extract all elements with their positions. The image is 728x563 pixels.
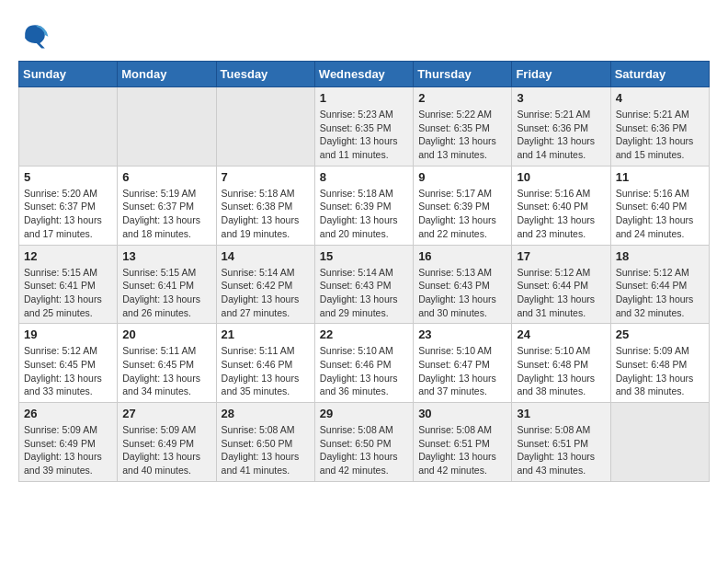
day-info: Sunrise: 5:10 AMSunset: 6:46 PMDaylight:… <box>320 344 408 398</box>
calendar-cell-21: 21Sunrise: 5:11 AMSunset: 6:46 PMDayligh… <box>216 324 314 403</box>
calendar-cell-8: 8Sunrise: 5:18 AMSunset: 6:39 PMDaylight… <box>314 166 413 245</box>
calendar-cell-12: 12Sunrise: 5:15 AMSunset: 6:41 PMDayligh… <box>19 245 118 324</box>
day-info: Sunrise: 5:12 AMSunset: 6:44 PMDaylight:… <box>517 266 605 320</box>
column-header-tuesday: Tuesday <box>216 62 314 87</box>
day-number: 16 <box>418 249 506 263</box>
day-number: 9 <box>418 170 506 184</box>
day-number: 12 <box>24 249 112 263</box>
calendar-cell-14: 14Sunrise: 5:14 AMSunset: 6:42 PMDayligh… <box>216 245 314 324</box>
calendar-cell-25: 25Sunrise: 5:09 AMSunset: 6:48 PMDayligh… <box>610 324 709 403</box>
day-info: Sunrise: 5:08 AMSunset: 6:50 PMDaylight:… <box>222 423 310 477</box>
column-header-wednesday: Wednesday <box>314 62 413 87</box>
day-info: Sunrise: 5:15 AMSunset: 6:41 PMDaylight:… <box>24 266 112 320</box>
day-info: Sunrise: 5:20 AMSunset: 6:37 PMDaylight:… <box>24 187 112 241</box>
day-number: 27 <box>122 407 210 420</box>
calendar-cell-11: 11Sunrise: 5:16 AMSunset: 6:40 PMDayligh… <box>610 166 709 245</box>
day-info: Sunrise: 5:10 AMSunset: 6:47 PMDaylight:… <box>418 344 506 398</box>
day-info: Sunrise: 5:09 AMSunset: 6:49 PMDaylight:… <box>24 423 112 477</box>
day-info: Sunrise: 5:12 AMSunset: 6:44 PMDaylight:… <box>616 266 704 320</box>
calendar-cell-30: 30Sunrise: 5:08 AMSunset: 6:51 PMDayligh… <box>414 403 512 482</box>
day-info: Sunrise: 5:21 AMSunset: 6:36 PMDaylight:… <box>517 108 605 162</box>
calendar-cell-3: 3Sunrise: 5:21 AMSunset: 6:36 PMDaylight… <box>512 87 610 167</box>
day-info: Sunrise: 5:14 AMSunset: 6:42 PMDaylight:… <box>222 266 310 320</box>
calendar-cell-2: 2Sunrise: 5:22 AMSunset: 6:35 PMDaylight… <box>414 87 512 167</box>
day-info: Sunrise: 5:11 AMSunset: 6:45 PMDaylight:… <box>122 344 210 398</box>
day-number: 20 <box>122 327 210 341</box>
calendar-cell-7: 7Sunrise: 5:18 AMSunset: 6:38 PMDaylight… <box>216 166 314 245</box>
day-info: Sunrise: 5:17 AMSunset: 6:39 PMDaylight:… <box>418 187 506 241</box>
logo-icon <box>18 18 51 52</box>
day-number: 10 <box>517 170 605 184</box>
day-number: 15 <box>320 249 408 263</box>
calendar-cell-empty <box>118 87 216 167</box>
day-info: Sunrise: 5:14 AMSunset: 6:43 PMDaylight:… <box>320 266 408 320</box>
calendar-cell-28: 28Sunrise: 5:08 AMSunset: 6:50 PMDayligh… <box>216 403 314 482</box>
day-number: 25 <box>616 327 704 341</box>
day-number: 14 <box>222 249 310 263</box>
calendar-cell-6: 6Sunrise: 5:19 AMSunset: 6:37 PMDaylight… <box>118 166 216 245</box>
column-header-sunday: Sunday <box>19 62 118 87</box>
day-info: Sunrise: 5:08 AMSunset: 6:50 PMDaylight:… <box>320 423 408 477</box>
calendar-cell-empty <box>610 403 709 482</box>
day-number: 26 <box>24 407 112 420</box>
column-header-monday: Monday <box>118 62 216 87</box>
day-number: 23 <box>418 327 506 341</box>
day-number: 13 <box>122 249 210 263</box>
logo <box>18 18 57 52</box>
day-number: 8 <box>320 170 408 184</box>
day-info: Sunrise: 5:22 AMSunset: 6:35 PMDaylight:… <box>418 108 506 162</box>
calendar-cell-1: 1Sunrise: 5:23 AMSunset: 6:35 PMDaylight… <box>314 87 413 167</box>
calendar-cell-17: 17Sunrise: 5:12 AMSunset: 6:44 PMDayligh… <box>512 245 610 324</box>
day-info: Sunrise: 5:16 AMSunset: 6:40 PMDaylight:… <box>517 187 605 241</box>
calendar-cell-24: 24Sunrise: 5:10 AMSunset: 6:48 PMDayligh… <box>512 324 610 403</box>
calendar-cell-22: 22Sunrise: 5:10 AMSunset: 6:46 PMDayligh… <box>314 324 413 403</box>
calendar-cell-10: 10Sunrise: 5:16 AMSunset: 6:40 PMDayligh… <box>512 166 610 245</box>
calendar-cell-15: 15Sunrise: 5:14 AMSunset: 6:43 PMDayligh… <box>314 245 413 324</box>
day-number: 6 <box>122 170 210 184</box>
day-info: Sunrise: 5:08 AMSunset: 6:51 PMDaylight:… <box>418 423 506 477</box>
calendar-cell-29: 29Sunrise: 5:08 AMSunset: 6:50 PMDayligh… <box>314 403 413 482</box>
day-info: Sunrise: 5:12 AMSunset: 6:45 PMDaylight:… <box>24 344 112 398</box>
day-number: 22 <box>320 327 408 341</box>
day-info: Sunrise: 5:10 AMSunset: 6:48 PMDaylight:… <box>517 344 605 398</box>
day-number: 2 <box>418 91 506 105</box>
calendar-cell-9: 9Sunrise: 5:17 AMSunset: 6:39 PMDaylight… <box>414 166 512 245</box>
day-number: 19 <box>24 327 112 341</box>
calendar-cell-empty <box>216 87 314 167</box>
calendar-cell-empty <box>19 87 118 167</box>
day-info: Sunrise: 5:11 AMSunset: 6:46 PMDaylight:… <box>222 344 310 398</box>
day-info: Sunrise: 5:09 AMSunset: 6:48 PMDaylight:… <box>616 344 704 398</box>
day-number: 11 <box>616 170 704 184</box>
day-info: Sunrise: 5:08 AMSunset: 6:51 PMDaylight:… <box>517 423 605 477</box>
day-number: 21 <box>222 327 310 341</box>
calendar-cell-18: 18Sunrise: 5:12 AMSunset: 6:44 PMDayligh… <box>610 245 709 324</box>
calendar-cell-19: 19Sunrise: 5:12 AMSunset: 6:45 PMDayligh… <box>19 324 118 403</box>
column-header-thursday: Thursday <box>414 62 512 87</box>
day-number: 18 <box>616 249 704 263</box>
day-info: Sunrise: 5:18 AMSunset: 6:38 PMDaylight:… <box>222 187 310 241</box>
calendar-cell-20: 20Sunrise: 5:11 AMSunset: 6:45 PMDayligh… <box>118 324 216 403</box>
day-info: Sunrise: 5:16 AMSunset: 6:40 PMDaylight:… <box>616 187 704 241</box>
calendar-cell-23: 23Sunrise: 5:10 AMSunset: 6:47 PMDayligh… <box>414 324 512 403</box>
day-number: 5 <box>24 170 112 184</box>
calendar-table: SundayMondayTuesdayWednesdayThursdayFrid… <box>18 61 710 482</box>
day-number: 3 <box>517 91 605 105</box>
calendar-cell-31: 31Sunrise: 5:08 AMSunset: 6:51 PMDayligh… <box>512 403 610 482</box>
calendar-cell-26: 26Sunrise: 5:09 AMSunset: 6:49 PMDayligh… <box>19 403 118 482</box>
day-number: 1 <box>320 91 408 105</box>
day-info: Sunrise: 5:18 AMSunset: 6:39 PMDaylight:… <box>320 187 408 241</box>
calendar-cell-4: 4Sunrise: 5:21 AMSunset: 6:36 PMDaylight… <box>610 87 709 167</box>
day-info: Sunrise: 5:15 AMSunset: 6:41 PMDaylight:… <box>122 266 210 320</box>
column-header-friday: Friday <box>512 62 610 87</box>
day-number: 17 <box>517 249 605 263</box>
calendar-cell-5: 5Sunrise: 5:20 AMSunset: 6:37 PMDaylight… <box>19 166 118 245</box>
calendar-cell-13: 13Sunrise: 5:15 AMSunset: 6:41 PMDayligh… <box>118 245 216 324</box>
day-info: Sunrise: 5:13 AMSunset: 6:43 PMDaylight:… <box>418 266 506 320</box>
day-number: 24 <box>517 327 605 341</box>
day-info: Sunrise: 5:21 AMSunset: 6:36 PMDaylight:… <box>616 108 704 162</box>
day-number: 30 <box>418 407 506 420</box>
day-number: 4 <box>616 91 704 105</box>
day-info: Sunrise: 5:23 AMSunset: 6:35 PMDaylight:… <box>320 108 408 162</box>
day-info: Sunrise: 5:19 AMSunset: 6:37 PMDaylight:… <box>122 187 210 241</box>
page-header <box>18 18 710 52</box>
